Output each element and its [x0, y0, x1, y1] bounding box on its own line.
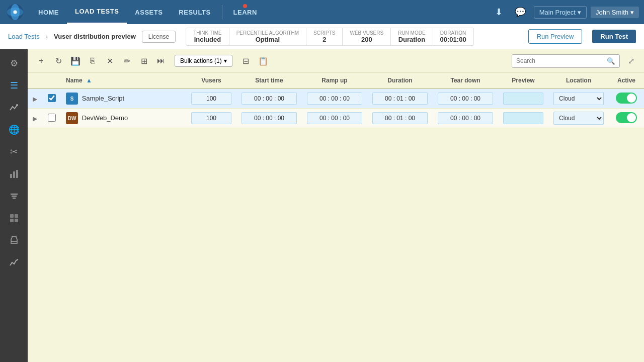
expand-button[interactable]: ▶: [33, 96, 37, 103]
chevron-down-icon: ▾: [578, 9, 581, 16]
end-button[interactable]: ⏭: [153, 53, 169, 68]
sidebar-item-settings[interactable]: ⚙: [4, 53, 24, 73]
row-checkbox[interactable]: [48, 114, 56, 122]
main-layout: ⚙ ☰ 🌐 ✂: [0, 49, 644, 362]
nav-chat-icon[interactable]: 💬: [511, 5, 530, 20]
table-row: ▶ DW DevWeb_Demo: [28, 109, 644, 128]
nav-user-menu[interactable]: John Smith ▾: [591, 7, 639, 18]
left-sidebar: ⚙ ☰ 🌐 ✂: [0, 49, 28, 362]
table-button[interactable]: ⊞: [136, 53, 151, 68]
delete-button[interactable]: ✕: [102, 53, 117, 68]
learn-dot: [243, 4, 247, 8]
svg-point-4: [16, 104, 18, 106]
save-button[interactable]: 💾: [68, 53, 83, 68]
vusers-input[interactable]: [191, 93, 231, 105]
nav-project-selector[interactable]: Main Project ▾: [534, 6, 587, 19]
add-button[interactable]: +: [34, 53, 49, 68]
sidebar-item-analytics[interactable]: [4, 98, 24, 118]
sidebar-item-list[interactable]: ☰: [4, 75, 24, 96]
sort-icon: ▲: [86, 77, 92, 84]
svg-rect-12: [15, 214, 18, 218]
breadcrumb-current: Vuser distribution preview: [54, 33, 136, 40]
stats-section: THINK TIME Included PERCENTILE ALGORITHM…: [186, 28, 473, 46]
bulk-actions-dropdown[interactable]: Bulk actions (1) ▾: [175, 55, 232, 67]
row-location-cell: Cloud On-Premise: [548, 88, 609, 109]
sidebar-item-board[interactable]: [4, 208, 24, 228]
tear-down-input[interactable]: [438, 93, 493, 105]
distribution-button[interactable]: ⊟: [238, 53, 254, 68]
nav-download-icon[interactable]: ⬇: [491, 5, 507, 20]
row-duration-cell: [367, 88, 433, 109]
copy-button[interactable]: ⎘: [85, 53, 100, 68]
svg-rect-6: [13, 171, 15, 178]
sidebar-item-chart[interactable]: [4, 164, 24, 184]
col-preview: Preview: [498, 73, 548, 88]
svg-rect-7: [16, 170, 18, 178]
nav-learn[interactable]: LEARN: [225, 0, 265, 24]
start-time-input[interactable]: [242, 112, 297, 124]
location-select[interactable]: Cloud On-Premise: [553, 92, 604, 105]
nav-load-tests[interactable]: LOAD TESTS: [67, 0, 127, 24]
sidebar-item-test[interactable]: [4, 230, 24, 250]
start-time-input[interactable]: [242, 93, 297, 105]
row-expand-cell: ▶: [28, 88, 43, 109]
tear-down-input[interactable]: [438, 112, 493, 124]
duration-input[interactable]: [372, 93, 428, 105]
row-vusers-cell: [186, 109, 236, 128]
clipboard-button[interactable]: 📋: [256, 53, 271, 68]
vusers-input[interactable]: [191, 112, 231, 124]
row-name-cell: DW DevWeb_Demo: [61, 109, 186, 128]
nav-separator: [222, 5, 222, 20]
col-ramp-up: Ramp up: [302, 73, 367, 88]
active-toggle[interactable]: [616, 93, 637, 104]
user-chevron-icon: ▾: [630, 9, 634, 16]
search-input[interactable]: [512, 55, 603, 67]
row-checkbox[interactable]: [48, 94, 56, 102]
preview-input[interactable]: [503, 112, 543, 124]
col-expand: [28, 73, 43, 88]
search-box: 🔍: [512, 54, 620, 68]
expand-button[interactable]: ▶: [33, 115, 37, 122]
stat-run-mode: RUN MODE Duration: [391, 28, 433, 45]
row-location-cell: Cloud On-Premise: [548, 109, 609, 128]
row-active-cell: [609, 109, 644, 128]
row-start-time-cell: [236, 88, 302, 109]
breadcrumb-separator: ›: [46, 33, 48, 40]
stat-scripts: SCRIPTS 2: [306, 28, 343, 45]
table-container: Name ▲ Vusers Start time Ramp up Duratio…: [28, 73, 644, 362]
expand-icon[interactable]: ⤢: [624, 54, 638, 68]
run-preview-button[interactable]: Run Preview: [528, 29, 583, 44]
toolbar: + ↻ 💾 ⎘ ✕ ✏ ⊞ ⏭ Bulk actions (1) ▾ ⊟ 📋 🔍…: [28, 49, 644, 73]
script-name: Sample_Script: [82, 95, 125, 102]
preview-input[interactable]: [503, 93, 543, 105]
edit-button[interactable]: ✏: [119, 53, 134, 68]
nav-assets[interactable]: ASSETS: [127, 0, 171, 24]
svg-rect-14: [15, 219, 18, 222]
ramp-up-input[interactable]: [307, 112, 362, 124]
ramp-up-input[interactable]: [307, 93, 362, 105]
col-location: Location: [548, 73, 609, 88]
svg-rect-11: [10, 214, 14, 218]
sidebar-item-trend[interactable]: [4, 252, 24, 273]
row-ramp-up-cell: [302, 88, 367, 109]
sidebar-item-network[interactable]: 🌐: [4, 120, 24, 140]
refresh-button[interactable]: ↻: [51, 53, 66, 68]
content-area: + ↻ 💾 ⎘ ✕ ✏ ⊞ ⏭ Bulk actions (1) ▾ ⊟ 📋 🔍…: [28, 49, 644, 362]
breadcrumb-parent[interactable]: Load Tests: [8, 33, 40, 40]
sidebar-item-tools[interactable]: ✂: [4, 142, 24, 162]
row-expand-cell: ▶: [28, 109, 43, 128]
duration-input[interactable]: [372, 112, 428, 124]
search-button[interactable]: 🔍: [603, 55, 619, 67]
nav-results[interactable]: RESULTS: [171, 0, 218, 24]
col-name: Name ▲: [61, 73, 186, 88]
nav-home[interactable]: HOME: [30, 0, 67, 24]
breadcrumb-bar: Load Tests › Vuser distribution preview …: [0, 24, 644, 49]
top-navigation: HOME LOAD TESTS ASSETS RESULTS LEARN ⬇ 💬…: [0, 0, 644, 24]
svg-point-3: [13, 10, 17, 14]
col-active: Active: [609, 73, 644, 88]
location-select[interactable]: Cloud On-Premise: [553, 112, 604, 125]
license-button[interactable]: License: [142, 31, 176, 43]
run-test-button[interactable]: Run Test: [592, 30, 636, 43]
active-toggle[interactable]: [616, 112, 637, 123]
sidebar-item-filter[interactable]: [4, 186, 24, 206]
